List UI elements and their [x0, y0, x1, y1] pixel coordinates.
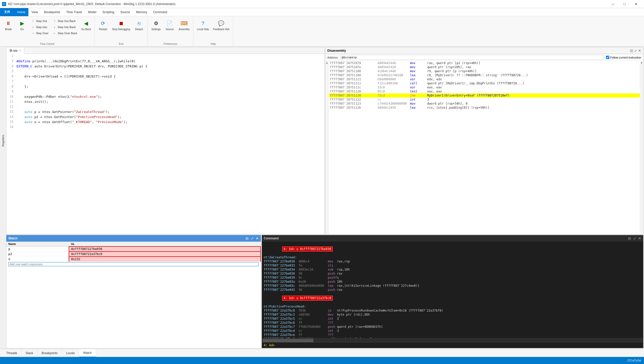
- watch-expand-button[interactable]: ⤢: [251, 236, 254, 240]
- assembly-label: Assembly: [179, 28, 190, 31]
- disasm-line: fffff807`28751122 cc int 3: [329, 98, 640, 102]
- lower-area: Watch ⊟ ⤢ ✕ Name Va: [0, 235, 644, 349]
- step-over-back-button[interactable]: ← Step Over Back: [51, 30, 79, 36]
- menu-file[interactable]: 文件: [0, 8, 14, 16]
- cmd-line: fffff807`22a37bce ff ???: [264, 333, 641, 337]
- watch-add-input[interactable]: [8, 262, 259, 266]
- menu-time-travel[interactable]: Time Travel: [63, 8, 85, 16]
- go-button[interactable]: ▶ Go: [16, 18, 28, 32]
- command-scrollbar[interactable]: [262, 338, 643, 342]
- command-controls: ⊟ ⤢ ✕: [628, 236, 641, 240]
- close-button[interactable]: ✕: [630, 0, 642, 8]
- feedback-hub-button[interactable]: 💬 Feedback Hub: [211, 18, 231, 32]
- title-bar: W KD 'com:pipe,resets=0,reconnect,port=\…: [0, 0, 644, 8]
- step-out-button[interactable]: ↑ Step Out: [29, 18, 50, 24]
- flow-control-group-label: Flow Control: [40, 43, 54, 45]
- disassembly-address-bar: Address: Follow current instruction: [325, 54, 643, 61]
- preferences-group-label: Preferences: [163, 43, 177, 45]
- step-over-button[interactable]: → Step Over: [29, 30, 50, 36]
- go-label: Go: [20, 28, 24, 31]
- main-area: Registers 源.cpp × 2 3 #define printk(...…: [0, 47, 644, 349]
- address-input[interactable]: [340, 55, 604, 60]
- command-panel: Command ⊟ ⤢ ✕ 4: kd> u 0xffff807227be030…: [262, 235, 643, 348]
- menu-source[interactable]: Source: [117, 8, 133, 16]
- menu-scripting[interactable]: Scripting: [99, 8, 117, 16]
- disassembly-close-button[interactable]: ✕: [638, 49, 641, 53]
- command-close-button[interactable]: ✕: [638, 236, 641, 240]
- step-over-icon: →: [31, 31, 35, 35]
- assembly-button[interactable]: ⌨ Assembly: [177, 18, 191, 32]
- command-input-row: 4: kd>: [264, 343, 641, 347]
- disassembly-content[interactable]: fffff807`28751079 4889442448 mov rax, qw…: [329, 61, 640, 234]
- restart-button[interactable]: ⟳ Restart: [97, 18, 109, 32]
- ribbon-group-reverse-flow: ⟳ Restart ⏹ Stop Debugging ⎋ Detach End: [95, 17, 148, 46]
- menu-view[interactable]: View: [28, 8, 41, 16]
- code-line: 13 auto p = ntos.GetPointer("ZwCreateThr…: [6, 110, 324, 115]
- bottom-tab-stack[interactable]: Stack: [22, 349, 38, 357]
- code-line: 7: [6, 79, 324, 84]
- maximize-button[interactable]: □: [619, 0, 630, 8]
- bottom-tab-threads[interactable]: Threads: [2, 349, 22, 357]
- cmd-line: fffff807`22a37bc2 c6070d mov byte ptr [r…: [264, 313, 641, 317]
- menu-home[interactable]: Home: [14, 8, 28, 16]
- command-expand-button[interactable]: ⤢: [633, 236, 636, 240]
- detach-button[interactable]: ⎋ Detach: [133, 18, 145, 32]
- cmd-line: nt!PsActiveProcessHead:: [264, 304, 641, 309]
- minimize-button[interactable]: ─: [607, 0, 619, 8]
- ribbon-group-preferences: ⚙ Settings 📄 Source ⌨ Assembly Preferenc…: [148, 17, 193, 46]
- local-help-button[interactable]: ? Local Help: [195, 18, 210, 32]
- follow-checkbox[interactable]: [606, 56, 609, 59]
- cmd-line: fffff807`22a37bc0 7036 jo nt!PspProcessR…: [264, 309, 641, 313]
- cmd-line: fffff807`227be030 488bc4 mov rax,rsp: [264, 259, 641, 263]
- watch-close-button[interactable]: ✕: [256, 236, 259, 240]
- cmd-line: fffff807`227be034 4883ec10 sub rsp,10h: [264, 267, 641, 272]
- feedback-hub-label: Feedback Hub: [213, 28, 229, 31]
- disassembly-expand-button[interactable]: ⤢: [634, 49, 637, 53]
- disasm-scroll-left: ▲: [325, 61, 329, 234]
- menu-command[interactable]: Command: [150, 8, 170, 16]
- cmd-line: 4: kd> u 0xffff807227be030: [264, 243, 641, 255]
- step-into-back-icon: ↓: [53, 25, 57, 29]
- menu-breakpoints[interactable]: Breakpoints: [41, 8, 63, 16]
- settings-button[interactable]: ⚙ Settings: [150, 18, 162, 32]
- go-back-button[interactable]: ◀ Go Back: [80, 18, 93, 32]
- step-over-back-label: Step Over Back: [58, 32, 77, 35]
- bottom-tab-breakpoints[interactable]: Breakpoints: [38, 349, 62, 357]
- registers-panel[interactable]: Registers: [1, 47, 6, 234]
- menu-model[interactable]: Model: [85, 8, 99, 16]
- break-button[interactable]: ⏸ Break: [2, 18, 15, 32]
- break-icon: ⏸: [4, 19, 12, 27]
- tab-close-button[interactable]: ×: [20, 49, 21, 52]
- disassembly-title: Disassembly: [327, 49, 346, 52]
- code-line: 15 auto o = ntos.GetOffset("_KTHREAD", "…: [6, 120, 324, 125]
- bottom-tab-locals[interactable]: Locals: [62, 349, 79, 357]
- scroll-up-arrow[interactable]: ▲: [326, 62, 328, 64]
- code-editor[interactable]: 2 3 #define printk(...)do{DbgPrintEx(77,…: [6, 54, 324, 234]
- status-text: 27CaTx2t4: [627, 359, 641, 362]
- menu-bar: 文件 Home View Breakpoints Time Travel Mod…: [0, 8, 644, 16]
- cmd-line: fffff807`227be039 9c pushfq: [264, 276, 641, 280]
- cmd-line: nt!ZwCreateThread:: [264, 255, 641, 259]
- watch-pin-button[interactable]: ⊟: [246, 236, 249, 240]
- code-line: 16: [6, 125, 324, 130]
- command-pin-button[interactable]: ⊟: [628, 236, 631, 240]
- step-into-button[interactable]: ↓ Step Into: [29, 24, 50, 30]
- source-tab[interactable]: 源.cpp ×: [6, 47, 24, 54]
- bottom-tab-watch[interactable]: Watch: [79, 349, 96, 357]
- address-label: Address:: [327, 56, 338, 59]
- menu-memory[interactable]: Memory: [133, 8, 150, 16]
- source-button[interactable]: 📄 Source: [163, 18, 176, 32]
- stop-button[interactable]: ⏹ Stop Debugging: [111, 18, 132, 32]
- step-out-back-button[interactable]: ↑ Step Out Back: [51, 18, 79, 24]
- command-input-area: 4: kd>: [262, 342, 643, 348]
- step-into-back-label: Step Into Back: [58, 26, 76, 29]
- disassembly-pin-button[interactable]: ⊟: [630, 49, 633, 53]
- command-input-field[interactable]: [276, 343, 641, 347]
- settings-icon: ⚙: [152, 19, 160, 27]
- step-into-back-button[interactable]: ↓ Step Into Back: [51, 24, 79, 30]
- ribbon-group-help: ? Local Help 💬 Feedback Hub Help: [193, 17, 233, 46]
- disasm-line: fffff807`28751108 4c8d05d1740100 lea r8,…: [329, 73, 640, 77]
- disasm-scroll-right-down-arrow[interactable]: ▼: [640, 62, 643, 64]
- step-over-label: Step Over: [36, 32, 49, 35]
- command-content[interactable]: 4: kd> u 0xffff807227be030 nt!ZwCreateTh…: [262, 242, 643, 338]
